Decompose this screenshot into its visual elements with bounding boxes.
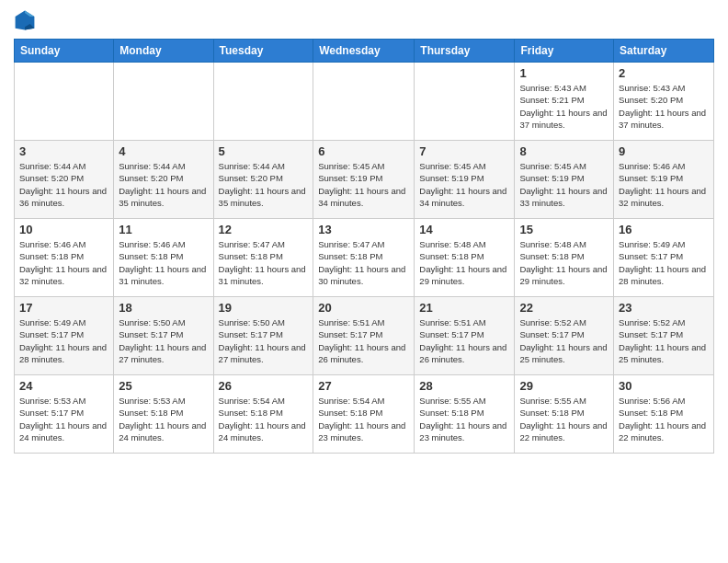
calendar-cell bbox=[114, 63, 213, 141]
day-info: Sunrise: 5:50 AMSunset: 5:17 PMDaylight:… bbox=[219, 316, 309, 365]
day-number: 30 bbox=[619, 379, 709, 393]
day-number: 3 bbox=[19, 144, 108, 158]
day-info: Sunrise: 5:47 AMSunset: 5:18 PMDaylight:… bbox=[318, 238, 409, 287]
day-info: Sunrise: 5:44 AMSunset: 5:20 PMDaylight:… bbox=[19, 160, 108, 209]
calendar-cell: 5Sunrise: 5:44 AMSunset: 5:20 PMDaylight… bbox=[213, 141, 313, 219]
day-info: Sunrise: 5:50 AMSunset: 5:17 PMDaylight:… bbox=[119, 316, 208, 365]
day-info: Sunrise: 5:49 AMSunset: 5:17 PMDaylight:… bbox=[619, 238, 709, 287]
day-number: 16 bbox=[619, 223, 709, 236]
day-info: Sunrise: 5:44 AMSunset: 5:20 PMDaylight:… bbox=[219, 160, 309, 209]
day-number: 20 bbox=[318, 301, 409, 315]
day-number: 12 bbox=[219, 223, 309, 236]
calendar-cell: 20Sunrise: 5:51 AMSunset: 5:17 PMDayligh… bbox=[313, 297, 415, 375]
day-number: 19 bbox=[219, 301, 309, 315]
calendar-cell: 1Sunrise: 5:43 AMSunset: 5:21 PMDaylight… bbox=[515, 63, 614, 141]
calendar-cell: 28Sunrise: 5:55 AMSunset: 5:18 PMDayligh… bbox=[415, 375, 515, 454]
day-info: Sunrise: 5:55 AMSunset: 5:18 PMDaylight:… bbox=[519, 395, 609, 443]
calendar-week-row: 10Sunrise: 5:46 AMSunset: 5:18 PMDayligh… bbox=[15, 219, 714, 297]
day-number: 17 bbox=[19, 301, 108, 315]
calendar-cell: 7Sunrise: 5:45 AMSunset: 5:19 PMDaylight… bbox=[415, 141, 515, 219]
calendar-week-row: 24Sunrise: 5:53 AMSunset: 5:17 PMDayligh… bbox=[15, 375, 714, 454]
day-info: Sunrise: 5:47 AMSunset: 5:18 PMDaylight:… bbox=[219, 238, 309, 287]
calendar-table: SundayMondayTuesdayWednesdayThursdayFrid… bbox=[14, 39, 714, 454]
calendar-cell: 26Sunrise: 5:54 AMSunset: 5:18 PMDayligh… bbox=[213, 375, 313, 454]
calendar-cell: 22Sunrise: 5:52 AMSunset: 5:17 PMDayligh… bbox=[515, 297, 614, 375]
day-info: Sunrise: 5:44 AMSunset: 5:20 PMDaylight:… bbox=[119, 160, 208, 209]
calendar-cell: 30Sunrise: 5:56 AMSunset: 5:18 PMDayligh… bbox=[614, 375, 714, 454]
day-info: Sunrise: 5:52 AMSunset: 5:17 PMDaylight:… bbox=[619, 316, 709, 365]
day-number: 7 bbox=[419, 144, 509, 158]
day-number: 26 bbox=[219, 379, 309, 393]
day-number: 18 bbox=[119, 301, 208, 315]
day-number: 13 bbox=[318, 223, 409, 236]
day-info: Sunrise: 5:53 AMSunset: 5:17 PMDaylight:… bbox=[19, 395, 108, 443]
day-number: 23 bbox=[619, 301, 709, 315]
calendar-cell: 3Sunrise: 5:44 AMSunset: 5:20 PMDaylight… bbox=[15, 141, 114, 219]
day-number: 14 bbox=[419, 223, 509, 236]
day-info: Sunrise: 5:51 AMSunset: 5:17 PMDaylight:… bbox=[318, 316, 409, 365]
calendar-cell bbox=[15, 63, 114, 141]
day-info: Sunrise: 5:49 AMSunset: 5:17 PMDaylight:… bbox=[19, 316, 108, 365]
weekday-header-row: SundayMondayTuesdayWednesdayThursdayFrid… bbox=[15, 40, 714, 63]
calendar-cell bbox=[415, 63, 515, 141]
calendar-cell: 14Sunrise: 5:48 AMSunset: 5:18 PMDayligh… bbox=[415, 219, 515, 297]
calendar-week-row: 1Sunrise: 5:43 AMSunset: 5:21 PMDaylight… bbox=[15, 63, 714, 141]
day-info: Sunrise: 5:48 AMSunset: 5:18 PMDaylight:… bbox=[519, 238, 609, 287]
day-number: 1 bbox=[519, 66, 609, 80]
logo-icon bbox=[14, 9, 36, 31]
day-number: 22 bbox=[519, 301, 609, 315]
day-info: Sunrise: 5:54 AMSunset: 5:18 PMDaylight:… bbox=[219, 395, 309, 443]
day-number: 9 bbox=[619, 144, 709, 158]
day-info: Sunrise: 5:43 AMSunset: 5:20 PMDaylight:… bbox=[619, 82, 709, 131]
calendar-cell: 27Sunrise: 5:54 AMSunset: 5:18 PMDayligh… bbox=[313, 375, 415, 454]
calendar-cell: 13Sunrise: 5:47 AMSunset: 5:18 PMDayligh… bbox=[313, 219, 415, 297]
weekday-header-wednesday: Wednesday bbox=[313, 40, 415, 63]
calendar-cell: 18Sunrise: 5:50 AMSunset: 5:17 PMDayligh… bbox=[114, 297, 213, 375]
calendar-cell: 29Sunrise: 5:55 AMSunset: 5:18 PMDayligh… bbox=[515, 375, 614, 454]
day-number: 24 bbox=[19, 379, 108, 393]
calendar-cell: 16Sunrise: 5:49 AMSunset: 5:17 PMDayligh… bbox=[614, 219, 714, 297]
day-number: 27 bbox=[318, 379, 409, 393]
day-info: Sunrise: 5:43 AMSunset: 5:21 PMDaylight:… bbox=[519, 82, 609, 131]
calendar-cell: 10Sunrise: 5:46 AMSunset: 5:18 PMDayligh… bbox=[15, 219, 114, 297]
weekday-header-saturday: Saturday bbox=[614, 40, 714, 63]
calendar-cell: 6Sunrise: 5:45 AMSunset: 5:19 PMDaylight… bbox=[313, 141, 415, 219]
calendar-cell: 9Sunrise: 5:46 AMSunset: 5:19 PMDaylight… bbox=[614, 141, 714, 219]
weekday-header-thursday: Thursday bbox=[415, 40, 515, 63]
day-number: 29 bbox=[519, 379, 609, 393]
weekday-header-monday: Monday bbox=[114, 40, 213, 63]
page-container: SundayMondayTuesdayWednesdayThursdayFrid… bbox=[0, 0, 728, 463]
day-number: 15 bbox=[519, 223, 609, 236]
calendar-week-row: 3Sunrise: 5:44 AMSunset: 5:20 PMDaylight… bbox=[15, 141, 714, 219]
calendar-week-row: 17Sunrise: 5:49 AMSunset: 5:17 PMDayligh… bbox=[15, 297, 714, 375]
day-info: Sunrise: 5:45 AMSunset: 5:19 PMDaylight:… bbox=[419, 160, 509, 209]
day-info: Sunrise: 5:53 AMSunset: 5:18 PMDaylight:… bbox=[119, 395, 208, 443]
calendar-cell: 23Sunrise: 5:52 AMSunset: 5:17 PMDayligh… bbox=[614, 297, 714, 375]
calendar-cell: 21Sunrise: 5:51 AMSunset: 5:17 PMDayligh… bbox=[415, 297, 515, 375]
calendar-cell: 24Sunrise: 5:53 AMSunset: 5:17 PMDayligh… bbox=[15, 375, 114, 454]
day-number: 28 bbox=[419, 379, 509, 393]
day-info: Sunrise: 5:55 AMSunset: 5:18 PMDaylight:… bbox=[419, 395, 509, 443]
header bbox=[14, 9, 714, 31]
day-number: 25 bbox=[119, 379, 208, 393]
weekday-header-sunday: Sunday bbox=[15, 40, 114, 63]
logo bbox=[14, 9, 40, 31]
day-info: Sunrise: 5:56 AMSunset: 5:18 PMDaylight:… bbox=[619, 395, 709, 443]
day-info: Sunrise: 5:51 AMSunset: 5:17 PMDaylight:… bbox=[419, 316, 509, 365]
day-info: Sunrise: 5:45 AMSunset: 5:19 PMDaylight:… bbox=[519, 160, 609, 209]
day-info: Sunrise: 5:54 AMSunset: 5:18 PMDaylight:… bbox=[318, 395, 409, 443]
day-info: Sunrise: 5:45 AMSunset: 5:19 PMDaylight:… bbox=[318, 160, 409, 209]
calendar-cell: 8Sunrise: 5:45 AMSunset: 5:19 PMDaylight… bbox=[515, 141, 614, 219]
calendar-cell: 2Sunrise: 5:43 AMSunset: 5:20 PMDaylight… bbox=[614, 63, 714, 141]
day-info: Sunrise: 5:48 AMSunset: 5:18 PMDaylight:… bbox=[419, 238, 509, 287]
day-number: 21 bbox=[419, 301, 509, 315]
day-info: Sunrise: 5:46 AMSunset: 5:18 PMDaylight:… bbox=[119, 238, 208, 287]
day-info: Sunrise: 5:46 AMSunset: 5:18 PMDaylight:… bbox=[19, 238, 108, 287]
calendar-cell: 17Sunrise: 5:49 AMSunset: 5:17 PMDayligh… bbox=[15, 297, 114, 375]
day-number: 6 bbox=[318, 144, 409, 158]
day-info: Sunrise: 5:52 AMSunset: 5:17 PMDaylight:… bbox=[519, 316, 609, 365]
calendar-cell: 11Sunrise: 5:46 AMSunset: 5:18 PMDayligh… bbox=[114, 219, 213, 297]
day-number: 11 bbox=[119, 223, 208, 236]
calendar-cell bbox=[213, 63, 313, 141]
day-number: 4 bbox=[119, 144, 208, 158]
